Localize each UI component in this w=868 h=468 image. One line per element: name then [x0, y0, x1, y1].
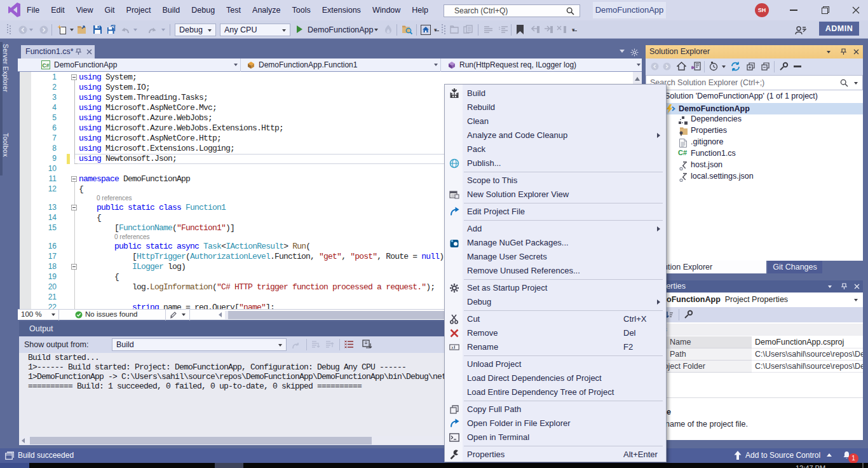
svg-text:C#: C#	[43, 62, 50, 69]
svg-text:x: x	[451, 345, 454, 350]
